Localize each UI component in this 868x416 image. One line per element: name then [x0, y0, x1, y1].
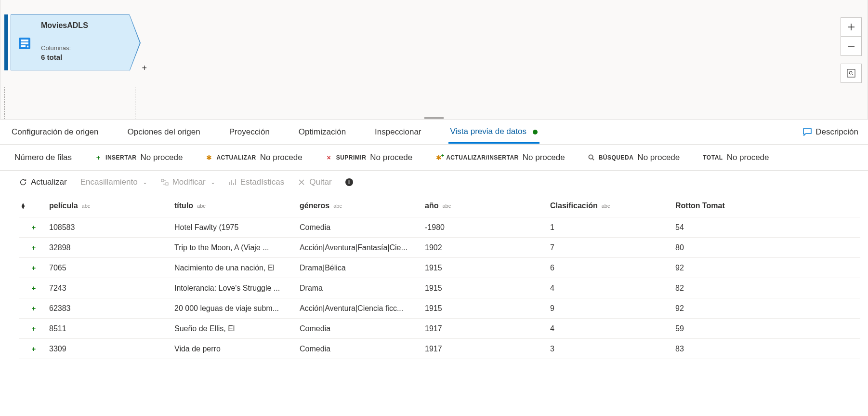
sort-column-button[interactable]: ▲▼	[19, 203, 48, 209]
cell-clasificacion: 4	[549, 324, 674, 333]
stat-upsert: ✱ + ACTUALIZAR/INSERTAR No procede	[435, 153, 565, 162]
row-insert-icon: +	[19, 223, 48, 231]
tab-projection[interactable]: Proyección	[227, 121, 272, 143]
cell-generos: Comedia	[299, 345, 424, 353]
svg-rect-4	[166, 183, 168, 185]
svg-rect-3	[161, 179, 164, 182]
sort-icon: ▲▼	[20, 203, 26, 209]
asterisk-icon: ✱	[206, 154, 212, 161]
statistics-button[interactable]: Estadísticas	[229, 177, 285, 187]
tab-inspect[interactable]: Inspeccionar	[373, 121, 423, 143]
table-row[interactable]: +8511Sueño de Ellis, ElComedia1917459	[19, 319, 860, 339]
panel-resize-handle[interactable]	[424, 116, 444, 119]
dataflow-canvas[interactable]: MoviesADLS Columnas: 6 total + Agregar o…	[0, 0, 868, 120]
refresh-icon	[19, 178, 27, 186]
table-row[interactable]: +7243Intolerancia: Love's Struggle ...Dr…	[19, 278, 860, 298]
stat-search-val: No procede	[637, 153, 680, 162]
stat-insert-key: INSERTAR	[105, 154, 136, 161]
description-button[interactable]: Descripción	[803, 127, 858, 137]
cell-generos: Acción|Aventura|Ciencia ficc...	[299, 304, 424, 313]
cell-rt: 92	[674, 264, 771, 272]
zoom-fit-button[interactable]	[841, 64, 862, 83]
tab-data-preview-label: Vista previa de datos	[450, 127, 526, 136]
svg-rect-0	[847, 69, 855, 77]
cell-rt: 80	[674, 243, 771, 252]
table-row[interactable]: +3309Vida de perroComedia1917383	[19, 339, 860, 359]
cell-pelicula: 3309	[48, 345, 173, 353]
cell-titulo: Trip to the Moon, A (Viaje ...	[173, 243, 299, 252]
cell-ano: 1917	[424, 345, 549, 353]
cell-ano: 1915	[424, 264, 549, 272]
source-node[interactable]: MoviesADLS Columnas: 6 total +	[4, 14, 130, 70]
type-badge: abc	[442, 203, 451, 209]
cell-titulo: 20 000 leguas de viaje subm...	[173, 304, 299, 313]
cell-clasificacion: 6	[549, 264, 674, 272]
remove-label: Quitar	[309, 177, 331, 187]
column-header-generos[interactable]: génerosabc	[299, 201, 424, 210]
tab-source-settings[interactable]: Configuración de origen	[10, 121, 101, 143]
cell-rt: 82	[674, 284, 771, 293]
chart-icon	[229, 178, 237, 186]
tab-data-preview[interactable]: Vista previa de datos	[448, 121, 539, 144]
cell-generos: Comedia	[299, 324, 424, 333]
column-header-titulo[interactable]: títuloabc	[173, 201, 299, 210]
node-columns-total: 6 total	[41, 53, 62, 61]
refresh-label: Actualizar	[31, 177, 67, 187]
row-insert-icon: +	[19, 345, 48, 353]
table-row[interactable]: +7065Nacimiento de una nación, ElDrama|B…	[19, 258, 860, 278]
minus-icon	[847, 42, 855, 51]
table-row[interactable]: +108583Hotel Fawlty (1975Comedia-1980154	[19, 217, 860, 238]
plus-icon	[847, 23, 855, 31]
cell-pelicula: 32898	[48, 243, 173, 252]
stat-search: BÚSQUEDA No procede	[588, 153, 680, 162]
node-title: MoviesADLS	[41, 21, 88, 30]
stat-update: ✱ ACTUALIZAR No procede	[206, 153, 302, 162]
type-badge: abc	[333, 203, 342, 209]
chevron-down-icon: ⌄	[143, 179, 147, 186]
column-header-clasificacion[interactable]: Clasificaciónabc	[549, 201, 674, 210]
status-dot-icon	[533, 130, 538, 134]
plus-icon: +	[95, 154, 102, 161]
column-header-pelicula[interactable]: películaabc	[48, 201, 173, 210]
info-icon[interactable]: i	[345, 178, 353, 186]
stat-delete-val: No procede	[370, 153, 412, 162]
column-header-rottontomat[interactable]: Rotton Tomat	[674, 201, 771, 210]
description-label: Descripción	[815, 127, 858, 137]
cell-generos: Drama|Bélica	[299, 264, 424, 272]
table-row[interactable]: +32898Trip to the Moon, A (Viaje ...Acci…	[19, 238, 860, 258]
cell-ano: 1915	[424, 284, 549, 293]
stat-delete: × SUPRIMIR No procede	[326, 153, 413, 162]
column-label: año	[425, 201, 438, 210]
tab-source-options[interactable]: Opciones del origen	[126, 121, 202, 143]
refresh-button[interactable]: Actualizar	[19, 177, 67, 187]
add-step-button[interactable]: +	[142, 63, 147, 73]
tab-optimize[interactable]: Optimización	[297, 121, 348, 143]
remove-button[interactable]: Quitar	[298, 177, 331, 187]
zoom-out-button[interactable]	[841, 37, 862, 56]
table-row[interactable]: +6238320 000 leguas de viaje subm...Acci…	[19, 298, 860, 319]
rows-count-label: Número de filas	[14, 153, 72, 162]
cell-rt: 92	[674, 304, 771, 313]
comment-icon	[803, 128, 812, 136]
row-insert-icon: +	[19, 304, 48, 312]
data-preview-table: ▲▼ películaabc títuloabc génerosabc añoa…	[19, 194, 860, 359]
cell-pelicula: 7065	[48, 264, 173, 272]
cell-ano: -1980	[424, 223, 549, 232]
row-insert-icon: +	[19, 324, 48, 333]
stat-upsert-key: ACTUALIZAR/INSERTAR	[446, 154, 519, 161]
typecast-button[interactable]: Encasillamiento ⌄	[80, 177, 147, 187]
close-icon	[298, 178, 305, 186]
stat-total-val: No procede	[727, 153, 769, 162]
modify-button[interactable]: Modificar ⌄	[161, 177, 215, 187]
column-header-ano[interactable]: añoabc	[424, 201, 549, 210]
add-source-placeholder[interactable]: Agregar origen	[4, 87, 135, 120]
cell-rt: 83	[674, 345, 771, 353]
cell-ano: 1902	[424, 243, 549, 252]
cell-titulo: Sueño de Ellis, El	[173, 324, 299, 333]
row-insert-icon: +	[19, 284, 48, 292]
column-label: Rotton Tomat	[675, 201, 725, 210]
modify-label: Modificar	[172, 177, 206, 187]
column-label: película	[49, 201, 78, 210]
zoom-in-button[interactable]	[841, 17, 862, 37]
stat-update-val: No procede	[260, 153, 302, 162]
